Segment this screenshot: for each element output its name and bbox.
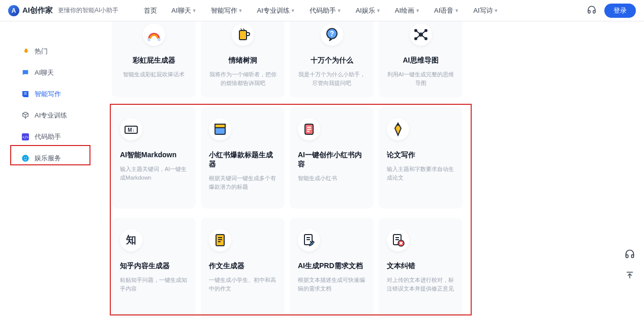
- tagline: 更懂你的智能AI小助手: [58, 6, 118, 15]
- app-name: AI创作家: [22, 6, 53, 15]
- card-window[interactable]: 小红书爆款标题生成器根据关键词一键生成多个有爆款潜力的标题: [201, 107, 285, 209]
- card-desc: 智能生成小红书: [298, 174, 337, 183]
- card-title: 彩虹屁生成器: [133, 56, 175, 65]
- card-title: 十万个为什么: [311, 56, 353, 65]
- card-title: AI生成PRD需求文档: [298, 262, 363, 271]
- mindmap-icon: [410, 23, 432, 46]
- window-icon: [209, 118, 231, 140]
- chevron-down-icon: ▼: [192, 8, 197, 13]
- logo[interactable]: A AI创作家: [8, 5, 53, 16]
- zhi-icon: 知: [120, 229, 142, 251]
- doc-icon: [209, 229, 231, 251]
- cube-icon: [21, 111, 29, 120]
- card-cup[interactable]: 情绪树洞我将作为一个倾听者，把你的烦恼都告诉我吧: [201, 21, 285, 98]
- svg-rect-18: [215, 124, 225, 128]
- headset-icon[interactable]: [587, 5, 596, 16]
- sidebar-item-2[interactable]: 智能写作: [15, 84, 86, 104]
- nav-item-2[interactable]: 智能写作▼: [211, 6, 243, 15]
- top-nav: 首页AI聊天▼智能写作▼AI专业训练▼代码助手▼AI娱乐▼AI绘画▼AI语音▼A…: [144, 6, 498, 15]
- card-desc: 输入主题和字数要求自动生成论文: [387, 165, 454, 182]
- card-docedit[interactable]: AI生成PRD需求文档根据文本描述生成可快速编辑的需求文档: [290, 218, 374, 318]
- smile-icon: [21, 154, 29, 162]
- card-docerror[interactable]: 文本纠错对上传的文本进行校对，标注错误文本并提供修正意见: [379, 218, 463, 318]
- card-title: 知乎内容生成器: [120, 262, 170, 271]
- card-desc: 一键生成小学生、初中和高中的作文: [209, 276, 277, 293]
- sidebar-item-5[interactable]: 娱乐服务: [15, 149, 86, 168]
- card-desc: 智能生成彩虹屁吹捧话术: [123, 70, 185, 79]
- main-content: 彩虹屁生成器智能生成彩虹屁吹捧话术情绪树洞我将作为一个倾听者，把你的烦恼都告诉我…: [107, 21, 644, 318]
- card-desc: 我是十万个为什么小助手，尽管向我提问吧: [296, 70, 367, 87]
- card-rainbow[interactable]: 彩虹屁生成器智能生成彩虹屁吹捧话术: [112, 21, 196, 98]
- nav-item-4[interactable]: 代码助手▼: [310, 6, 342, 15]
- sidebar-item-0[interactable]: 热门: [15, 42, 86, 61]
- svg-text:?: ?: [329, 30, 334, 38]
- sidebar-item-3[interactable]: AI专业训练: [15, 106, 86, 125]
- card-desc: 我将作为一个倾听者，把你的烦恼都告诉我吧: [207, 70, 279, 87]
- svg-text:M↓: M↓: [128, 127, 134, 133]
- note-icon: [298, 118, 320, 140]
- card-desc: 根据文本描述生成可快速编辑的需求文档: [298, 276, 365, 293]
- chevron-down-icon: ▼: [454, 8, 459, 13]
- cup-icon: [232, 23, 254, 46]
- login-button[interactable]: 登录: [604, 4, 636, 18]
- svg-text:知: 知: [126, 234, 136, 245]
- rainbow-icon: [143, 23, 165, 46]
- chevron-down-icon: ▼: [494, 8, 499, 13]
- nav-item-1[interactable]: AI聊天▼: [171, 6, 196, 15]
- card-title: 小红书爆款标题生成器: [209, 151, 277, 169]
- chevron-down-icon: ▼: [376, 8, 381, 13]
- card-title: AI智能Markdown: [120, 151, 176, 160]
- back-to-top-icon[interactable]: [623, 268, 637, 282]
- edit-icon: [21, 90, 29, 98]
- card-title: 作文生成器: [209, 262, 244, 271]
- nav-item-6[interactable]: AI绘画▼: [395, 6, 420, 15]
- nav-item-0[interactable]: 首页: [144, 6, 157, 15]
- card-desc: 利用AI一键生成完整的思维导图: [385, 70, 456, 87]
- card-title: 论文写作: [387, 151, 415, 160]
- nav-item-7[interactable]: AI语音▼: [434, 6, 459, 15]
- card-markdown[interactable]: M↓AI智能Markdown输入主题关键词，AI一键生成Markdown: [112, 107, 196, 209]
- card-note[interactable]: AI一键创作小红书内容智能生成小红书: [290, 107, 374, 209]
- svg-point-4: [26, 157, 27, 158]
- logo-icon: A: [8, 5, 19, 16]
- svg-point-2: [22, 155, 28, 161]
- sidebar: 热门AI聊天智能写作AI专业训练</>代码助手娱乐服务: [0, 21, 107, 318]
- svg-rect-7: [239, 31, 247, 40]
- docedit-icon: [298, 229, 320, 251]
- card-title: 情绪树洞: [229, 56, 257, 65]
- card-doc[interactable]: 作文生成器一键生成小学生、初中和高中的作文: [201, 218, 285, 318]
- card-question[interactable]: ?十万个为什么我是十万个为什么小助手，尽管向我提问吧: [290, 21, 374, 98]
- card-title: AI一键创作小红书内容: [298, 151, 365, 169]
- chevron-down-icon: ▼: [415, 8, 420, 13]
- svg-text:</>: </>: [22, 135, 29, 139]
- svg-point-3: [24, 157, 25, 158]
- docerror-icon: [387, 229, 409, 251]
- nav-item-5[interactable]: AI娱乐▼: [356, 6, 381, 15]
- sidebar-item-4[interactable]: </>代码助手: [15, 127, 86, 147]
- card-zhi[interactable]: 知知乎内容生成器粘贴知乎问题，一键生成知乎内容: [112, 218, 196, 318]
- support-icon[interactable]: [623, 247, 637, 261]
- card-desc: 粘贴知乎问题，一键生成知乎内容: [120, 276, 188, 293]
- nav-item-8[interactable]: AI写诗▼: [473, 6, 498, 15]
- fire-icon: [21, 47, 29, 55]
- chevron-down-icon: ▼: [291, 8, 295, 13]
- card-mindmap[interactable]: AI思维导图利用AI一键生成完整的思维导图: [379, 21, 463, 98]
- card-title: AI思维导图: [403, 56, 439, 65]
- card-pen[interactable]: 论文写作输入主题和字数要求自动生成论文: [379, 107, 463, 209]
- code-icon: </>: [21, 133, 29, 141]
- nav-item-3[interactable]: AI专业训练▼: [257, 6, 295, 15]
- card-desc: 根据关键词一键生成多个有爆款潜力的标题: [209, 174, 277, 191]
- sidebar-item-1[interactable]: AI聊天: [15, 63, 86, 82]
- question-icon: ?: [321, 23, 343, 46]
- chevron-down-icon: ▼: [238, 8, 243, 13]
- card-desc: 输入主题关键词，AI一键生成Markdown: [120, 165, 188, 182]
- svg-point-6: [158, 38, 161, 41]
- markdown-icon: M↓: [120, 118, 142, 140]
- svg-point-5: [147, 38, 150, 41]
- card-title: 文本纠错: [387, 262, 415, 271]
- chevron-down-icon: ▼: [337, 8, 342, 13]
- pen-icon: [387, 118, 409, 140]
- card-desc: 对上传的文本进行校对，标注错误文本并提供修正意见: [387, 276, 454, 293]
- chat-icon: [21, 69, 29, 77]
